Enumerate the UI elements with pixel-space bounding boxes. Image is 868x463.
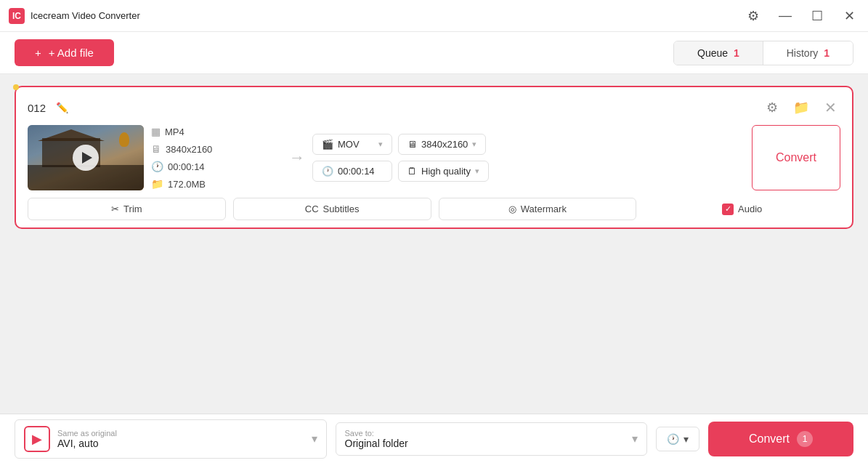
source-size: 172.0MB [168,179,206,190]
status-dot [13,84,19,90]
target-format: MOV [338,139,360,150]
source-format-row: ▦ MP4 [151,126,282,137]
trim-icon: ✂ [111,204,119,214]
audio-checkbox[interactable]: ✓ [722,204,734,215]
target-row-top: 🎬 MOV ▾ 🖥 3840x2160 ▾ [312,134,745,155]
source-duration-row: 🕐 00:00:14 [151,161,282,172]
watermark-button[interactable]: ◎ Watermark [439,198,637,220]
chevron-res-icon: ▾ [472,140,476,149]
settings-button[interactable]: ⚙ [743,6,763,26]
tab-queue[interactable]: Queue 1 [674,41,763,65]
history-badge: 1 [824,47,830,59]
thumbnail-overlay [28,125,144,190]
queue-badge: 1 [734,47,739,59]
source-size-row: 📁 172.0MB [151,178,282,190]
source-format: MP4 [165,126,184,137]
minimize-icon: — [779,8,792,23]
monitor-target-icon: 🖥 [407,139,417,150]
chevron-quality-icon: ▾ [475,166,479,176]
add-file-button[interactable]: + + Add file [15,39,114,66]
trim-button[interactable]: ✂ Trim [28,198,226,220]
monitor-icon: 🖥 [151,143,161,155]
preset-value: AVI, auto [57,438,117,449]
folder-icon: 📁 [793,100,809,116]
film-target-icon: 🎬 [322,139,333,150]
save-text: Save to: Original folder [345,429,408,449]
watermark-label: Watermark [521,204,567,214]
save-label: Save to: [345,429,408,438]
toolbar: + + Add file Queue 1 History 1 [0,32,868,74]
file-number-text: 012 [28,102,46,114]
watermark-icon: ◎ [508,204,516,214]
source-duration: 00:00:14 [168,161,205,172]
target-resolution: 3840x2160 [421,139,468,150]
preset-chevron-icon: ▾ [312,432,317,446]
titlebar-controls: ⚙ — ☐ ✕ [743,6,859,26]
maximize-button[interactable]: ☐ [807,6,827,26]
save-to-selector[interactable]: Save to: Original folder ▾ [336,422,648,456]
source-resolution: 3840x2160 [166,144,212,155]
play-icon [82,152,92,164]
queue-label: Queue [697,47,728,59]
convert-count-badge: 1 [797,431,813,447]
target-quality: High quality [421,166,471,177]
preset-selector[interactable]: ▶ Same as original AVI, auto ▾ [15,419,327,459]
source-info: ▦ MP4 🖥 3840x2160 🕐 00:00:14 📁 172.0MB [151,126,282,190]
subtitles-icon: CC [305,204,319,214]
settings-card-button[interactable]: ⚙ [762,97,782,118]
file-card-header: 012 ✏️ ⚙ 📁 ✕ [28,97,840,118]
resolution-dropdown[interactable]: 🖥 3840x2160 ▾ [398,134,486,155]
close-icon: ✕ [844,8,855,24]
save-value: Original folder [345,438,408,449]
convert-main-button[interactable]: Convert 1 [708,422,853,456]
minimize-button[interactable]: — [775,6,795,26]
card-icons: ⚙ 📁 ✕ [762,97,840,118]
arrow-icon: → [289,148,305,167]
subtitles-label: Subtitles [323,204,360,214]
target-duration: 00:00:14 [338,166,375,177]
clock-icon: 🕐 [151,161,163,172]
quality-icon: 🗒 [407,166,417,177]
subtitles-button[interactable]: CC Subtitles [233,198,431,220]
edit-button[interactable]: ✏️ [52,97,72,118]
format-dropdown[interactable]: 🎬 MOV ▾ [312,134,392,155]
app-title: Icecream Video Converter [31,10,140,21]
settings-card-icon: ⚙ [766,100,778,116]
folder-button[interactable]: 📁 [791,97,811,118]
folder-source-icon: 📁 [151,178,163,190]
preset-label: Same as original [57,429,117,438]
close-button[interactable]: ✕ [839,6,859,26]
convert-main-label: Convert [749,432,790,446]
audio-toggle[interactable]: ✓ Audio [644,198,840,220]
remove-card-button[interactable]: ✕ [820,97,840,118]
titlebar-left: IC Icecream Video Converter [9,8,140,24]
video-icon: ▶ [32,431,42,447]
history-label: History [787,47,819,59]
file-details-row: ▦ MP4 🖥 3840x2160 🕐 00:00:14 📁 172.0MB → [28,125,840,190]
audio-label: Audio [738,204,762,214]
titlebar: IC Icecream Video Converter ⚙ — ☐ ✕ [0,0,868,32]
preset-text: Same as original AVI, auto [57,429,117,449]
add-icon: + [35,47,41,59]
history-clock-button[interactable]: 🕐 ▾ [656,427,699,451]
tab-group: Queue 1 History 1 [673,41,853,65]
add-file-label: + Add file [49,47,94,59]
tab-history[interactable]: History 1 [763,41,853,65]
clock-history-icon: 🕐 [667,433,679,445]
film-icon: ▦ [151,126,161,137]
remove-icon: ✕ [824,99,837,116]
target-row-bottom: 🕐 00:00:14 🗒 High quality ▾ [312,161,745,182]
play-button[interactable] [73,145,99,171]
convert-card-label: Convert [776,151,816,164]
source-resolution-row: 🖥 3840x2160 [151,143,282,155]
gear-icon: ⚙ [747,8,759,24]
file-number: 012 ✏️ [28,97,72,118]
preset-icon: ▶ [24,426,50,452]
target-settings: 🎬 MOV ▾ 🖥 3840x2160 ▾ 🕐 00:00:14 [312,134,745,182]
convert-card-button[interactable]: Convert [752,125,840,190]
video-thumbnail [28,125,144,190]
action-buttons-row: ✂ Trim CC Subtitles ◎ Watermark ✓ Audio [28,198,840,220]
clock-target-icon: 🕐 [322,166,333,177]
quality-dropdown[interactable]: 🗒 High quality ▾ [398,161,489,182]
duration-info: 🕐 00:00:14 [312,161,392,182]
